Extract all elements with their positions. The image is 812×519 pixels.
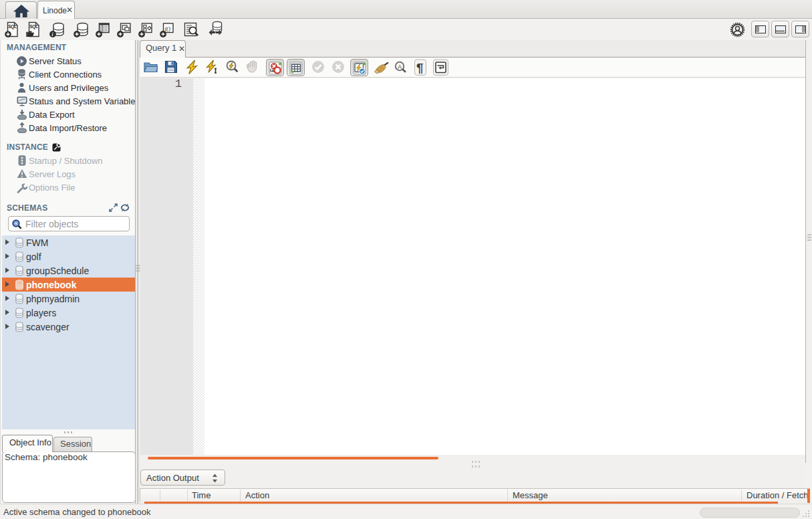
svg-text:¶: ¶ xyxy=(416,61,424,75)
svg-text:A: A xyxy=(398,64,402,70)
svg-text:SQL: SQL xyxy=(29,24,38,29)
svg-text:SQL: SQL xyxy=(8,24,17,29)
svg-text:f(): f() xyxy=(165,25,171,32)
